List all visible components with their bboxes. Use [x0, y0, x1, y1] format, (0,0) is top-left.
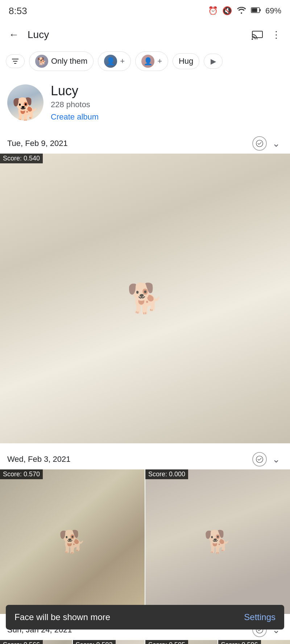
photo-item-0-0[interactable]: 🐕Score: 0.540	[0, 154, 290, 443]
chip-avatar-person2: 👤	[141, 55, 154, 68]
more-options-button[interactable]: ⋮	[268, 27, 284, 43]
photo-placeholder-1-1: 🐕	[204, 529, 231, 555]
person2-add-icon: +	[157, 57, 162, 66]
hug-chip[interactable]: Hug	[173, 53, 199, 69]
back-button[interactable]: ←	[6, 27, 22, 43]
only-them-chip[interactable]: 🐕 Only them	[29, 51, 94, 71]
snackbar-message: Face will be shown more	[14, 612, 244, 622]
filter-icon	[11, 58, 19, 65]
wifi-icon	[236, 6, 246, 16]
play-chip[interactable]: ▶	[204, 54, 223, 69]
battery-icon	[251, 6, 261, 16]
alarm-icon: ⏰	[208, 6, 218, 16]
svg-rect-1	[260, 9, 261, 11]
section-check-0[interactable]	[252, 136, 267, 151]
section-1: Wed, Feb 3, 2021⌄🐕Score: 0.570🐕Score: 0.…	[0, 443, 290, 614]
photo-grid-0: 🐕Score: 0.540	[0, 154, 290, 443]
section-date-1: Wed, Feb 3, 2021	[7, 455, 252, 464]
svg-rect-2	[252, 8, 257, 12]
more-options-icon: ⋮	[272, 29, 281, 41]
section-chevron-1[interactable]: ⌄	[270, 454, 283, 465]
section-header-1: Wed, Feb 3, 2021⌄	[0, 446, 290, 469]
album-header: 🐕 Lucy 228 photos Create album	[0, 75, 290, 127]
cast-icon	[252, 30, 263, 40]
svg-point-4	[252, 38, 253, 40]
status-time: 8:53	[9, 5, 27, 17]
photo-item-2-0[interactable]: 🐕Score: 0.566	[0, 640, 72, 644]
person2-chip[interactable]: 👤 +	[135, 51, 168, 71]
photo-item-1-0[interactable]: 🐕Score: 0.570	[0, 469, 145, 614]
back-arrow-icon: ←	[9, 29, 19, 41]
svg-point-9	[256, 456, 263, 463]
person1-chip[interactable]: 👤 +	[98, 51, 131, 71]
filter-row: 🐕 Only them 👤 + 👤 + Hug ▶	[0, 48, 290, 75]
album-count: 228 photos	[51, 100, 283, 109]
page-title: Lucy	[28, 29, 244, 41]
section-chevron-0[interactable]: ⌄	[270, 138, 283, 149]
score-badge-2-0: Score: 0.566	[0, 640, 43, 644]
photo-placeholder-1-0: 🐕	[59, 529, 86, 555]
photo-grid-2-row1: 🐕Score: 0.566🐕Score: 0.593🐕Score: 0.595🐕…	[0, 640, 290, 644]
section-date-0: Tue, Feb 9, 2021	[7, 139, 252, 148]
status-bar: 8:53 ⏰ 🔇 69%	[0, 0, 290, 22]
score-badge-2-2: Score: 0.595	[145, 640, 188, 644]
album-thumbnail: 🐕	[7, 84, 44, 121]
score-badge-2-3: Score: 0.596	[218, 640, 261, 644]
photo-item-2-3[interactable]: 🐕Score: 0.596	[218, 640, 290, 644]
section-header-0: Tue, Feb 9, 2021⌄	[0, 130, 290, 154]
photo-bg-1-1: 🐕	[145, 469, 290, 614]
svg-point-8	[256, 140, 263, 147]
score-badge-1-0: Score: 0.570	[0, 469, 43, 479]
create-album-button[interactable]: Create album	[51, 112, 283, 122]
photo-bg-1-0: 🐕	[0, 469, 145, 614]
photo-placeholder-0-0: 🐕	[127, 281, 163, 315]
photo-item-1-1[interactable]: 🐕Score: 0.000	[145, 469, 290, 614]
snackbar: Face will be shown more Settings	[6, 605, 284, 630]
score-badge-0-0: Score: 0.540	[0, 154, 43, 163]
person1-add-icon: +	[120, 57, 125, 66]
play-icon: ▶	[211, 57, 216, 66]
hug-label: Hug	[179, 57, 193, 66]
score-badge-1-1: Score: 0.000	[145, 469, 188, 479]
album-thumb-inner: 🐕	[7, 84, 44, 121]
chip-avatar-person1: 👤	[104, 55, 117, 68]
filter-button[interactable]	[6, 54, 25, 68]
score-badge-2-1: Score: 0.593	[73, 640, 116, 644]
snackbar-action-button[interactable]: Settings	[244, 612, 276, 622]
battery-text: 69%	[265, 6, 281, 16]
top-bar-actions: ⋮	[249, 27, 284, 43]
section-0: Tue, Feb 9, 2021⌄🐕Score: 0.540	[0, 127, 290, 443]
mute-icon: 🔇	[222, 6, 232, 16]
cast-button[interactable]	[249, 27, 265, 43]
photo-item-2-1[interactable]: 🐕Score: 0.593	[73, 640, 145, 644]
photo-item-2-2[interactable]: 🐕Score: 0.595	[145, 640, 218, 644]
album-info: Lucy 228 photos Create album	[51, 83, 283, 122]
section-check-1[interactable]	[252, 452, 267, 467]
dog-thumbnail-icon: 🐕	[12, 96, 39, 121]
sections-container: Tue, Feb 9, 2021⌄🐕Score: 0.540Wed, Feb 3…	[0, 127, 290, 644]
top-bar: ← Lucy ⋮	[0, 22, 290, 48]
only-them-label: Only them	[51, 57, 87, 66]
chip-avatar-dog: 🐕	[35, 55, 48, 68]
photo-grid-1: 🐕Score: 0.570🐕Score: 0.000	[0, 469, 290, 614]
photo-bg-0-0: 🐕	[0, 154, 290, 443]
status-icons: ⏰ 🔇 69%	[208, 6, 281, 16]
album-name: Lucy	[51, 83, 283, 99]
